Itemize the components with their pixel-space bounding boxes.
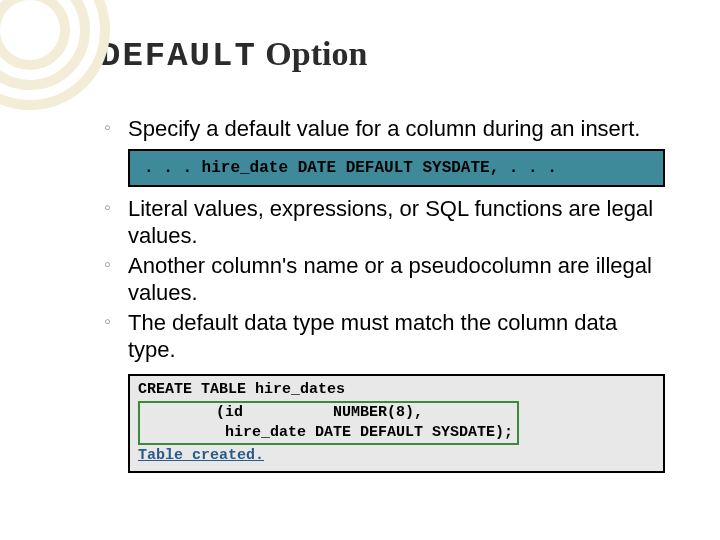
bullet-list: Specify a default value for a column dur… (100, 115, 665, 143)
corner-decoration (0, 0, 110, 110)
bullet-3: Another column's name or a pseudocolumn … (128, 252, 665, 307)
code2-line1: CREATE TABLE hire_dates (138, 381, 345, 398)
title-rest: Option (257, 35, 368, 72)
code2-line3: hire_date DATE DEFAULT SYSDATE); (144, 424, 513, 441)
code2-inner-box: (id NUMBER(8), hire_date DATE DEFAULT SY… (138, 401, 519, 446)
title-mono: DEFAULT (100, 37, 257, 75)
bullet-4: The default data type must match the col… (128, 309, 665, 364)
code-snippet-1: . . . hire_date DATE DEFAULT SYSDATE, . … (128, 149, 665, 187)
code-snippet-2: CREATE TABLE hire_dates (id NUMBER(8), h… (128, 374, 665, 473)
slide-title: DEFAULT Option (100, 35, 665, 75)
code2-line2: (id NUMBER(8), (144, 404, 423, 421)
code2-result: Table created. (138, 447, 264, 464)
bullet-2: Literal values, expressions, or SQL func… (128, 195, 665, 250)
bullet-1: Specify a default value for a column dur… (128, 115, 665, 143)
bullet-list-2: Literal values, expressions, or SQL func… (100, 195, 665, 364)
